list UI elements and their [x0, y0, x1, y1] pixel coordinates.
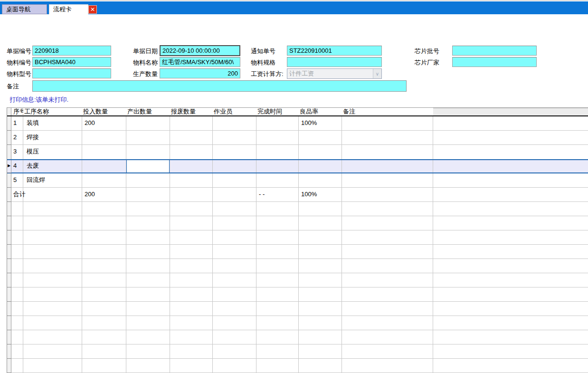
- cell-operator[interactable]: [213, 131, 256, 144]
- empty-table-row[interactable]: [7, 202, 588, 216]
- col-header-operator[interactable]: 作业员: [213, 108, 256, 115]
- cell-seq[interactable]: 3: [11, 145, 23, 159]
- doc-no-input[interactable]: [32, 46, 111, 56]
- table-row-3[interactable]: 3 模压: [7, 145, 588, 159]
- cell-process-name[interactable]: 去废: [23, 160, 82, 172]
- empty-table-row[interactable]: [7, 330, 588, 344]
- row-gutter[interactable]: [7, 116, 11, 131]
- wage-method-select[interactable]: 计件工资 ∨: [287, 68, 382, 79]
- empty-table-row[interactable]: [7, 259, 588, 273]
- close-tab-button[interactable]: ✕: [88, 5, 97, 14]
- empty-table-row[interactable]: [7, 245, 588, 259]
- material-no-input[interactable]: [32, 57, 111, 67]
- cell-process-name[interactable]: 装填: [23, 116, 82, 130]
- cell-finish-time[interactable]: [256, 145, 299, 159]
- cell-scrap-qty[interactable]: [170, 145, 213, 159]
- cell-remark[interactable]: [342, 160, 433, 172]
- table-row-4-selected[interactable]: ▶ 4 去废: [7, 159, 588, 173]
- prod-qty-input[interactable]: [160, 68, 240, 78]
- close-icon: ✕: [90, 6, 95, 13]
- cell-input-qty[interactable]: [82, 145, 126, 159]
- cell-scrap-qty[interactable]: [170, 160, 213, 172]
- cell-input-qty[interactable]: [82, 173, 126, 187]
- cell-remark[interactable]: [342, 131, 433, 144]
- col-header-remark[interactable]: 备注: [342, 108, 433, 115]
- row-gutter: [7, 202, 11, 216]
- col-header-input-qty[interactable]: 投入数量: [82, 108, 126, 115]
- row-gutter-current-indicator[interactable]: ▶: [7, 160, 11, 173]
- cell-seq[interactable]: 5: [11, 173, 23, 187]
- cell-yield-rate[interactable]: [299, 145, 342, 159]
- cell-seq[interactable]: 2: [11, 131, 23, 144]
- empty-table-row[interactable]: [7, 359, 588, 373]
- cell-finish-time[interactable]: [256, 173, 299, 187]
- cell-finish-time[interactable]: [256, 160, 299, 172]
- empty-table-row[interactable]: [7, 316, 588, 330]
- col-header-finish-time[interactable]: 完成时间: [256, 108, 299, 115]
- cell-finish-time[interactable]: [256, 131, 299, 144]
- cell-output-qty[interactable]: [126, 116, 170, 130]
- empty-table-row[interactable]: [7, 216, 588, 230]
- row-gutter[interactable]: [7, 145, 11, 160]
- cell-input-qty[interactable]: 200: [82, 116, 126, 130]
- row-gutter[interactable]: [7, 188, 11, 202]
- cell-yield-rate[interactable]: [299, 131, 342, 144]
- material-spec-input[interactable]: [287, 57, 382, 67]
- table-row-2[interactable]: 2 焊接: [7, 131, 588, 145]
- row-gutter[interactable]: [7, 173, 11, 188]
- cell-yield-rate[interactable]: [299, 160, 342, 172]
- cell-yield-rate[interactable]: [299, 173, 342, 187]
- notice-no-input[interactable]: [287, 46, 382, 56]
- table-row-1[interactable]: 1 装填 200 100%: [7, 116, 588, 131]
- cell-scrap-qty[interactable]: [170, 173, 213, 187]
- cell-process-name[interactable]: 回流焊: [23, 173, 82, 187]
- row-gutter[interactable]: [7, 131, 11, 145]
- cell-remark[interactable]: [342, 173, 433, 187]
- col-header-process-name[interactable]: 工序名称: [23, 108, 82, 115]
- tab-process-card[interactable]: 流程卡: [49, 4, 88, 14]
- empty-table-row[interactable]: [7, 230, 588, 245]
- cell-finish-time[interactable]: [256, 116, 299, 130]
- notice-no-label: 通知单号: [251, 47, 286, 55]
- cell-operator-total: [213, 188, 256, 201]
- material-model-input[interactable]: [32, 68, 111, 78]
- cell-scrap-qty[interactable]: [170, 116, 213, 130]
- cell-operator[interactable]: [213, 116, 256, 130]
- cell-seq[interactable]: 1: [11, 116, 23, 130]
- cell-seq[interactable]: 4: [11, 160, 23, 172]
- tab-desktop-nav[interactable]: 桌面导航: [2, 4, 47, 14]
- empty-table-row[interactable]: [7, 287, 588, 302]
- remark-input[interactable]: [32, 80, 407, 92]
- col-header-output-qty[interactable]: 产出数量: [126, 108, 170, 115]
- cell-operator[interactable]: [213, 173, 256, 187]
- cell-remark[interactable]: [342, 116, 433, 130]
- doc-date-input[interactable]: [160, 45, 240, 56]
- col-header-scrap-qty[interactable]: 报废数量: [170, 108, 213, 115]
- empty-table-row[interactable]: [7, 302, 588, 316]
- cell-yield-rate[interactable]: 100%: [299, 116, 342, 130]
- output-qty-edit-input[interactable]: [126, 160, 170, 172]
- table-total-row[interactable]: 合计 200 - - 100%: [7, 188, 588, 202]
- cell-output-qty[interactable]: [126, 145, 170, 159]
- col-header-seq[interactable]: 序号: [11, 108, 23, 115]
- cell-output-qty[interactable]: [126, 131, 170, 144]
- cell-process-name[interactable]: 模压: [23, 145, 82, 159]
- cell-operator[interactable]: [213, 145, 256, 159]
- cell-remark[interactable]: [342, 145, 433, 159]
- col-header-yield-rate[interactable]: 良品率: [299, 108, 342, 115]
- cell-process-name[interactable]: 焊接: [23, 131, 82, 144]
- empty-table-row[interactable]: [7, 344, 588, 359]
- chip-batch-input[interactable]: [452, 46, 537, 56]
- material-name-input[interactable]: [160, 57, 240, 67]
- cell-operator[interactable]: [213, 160, 256, 172]
- cell-input-qty[interactable]: [82, 131, 126, 144]
- grid-header-row: 序号 工序名称 投入数量 产出数量 报废数量 作业员 完成时间 良品率 备注: [7, 108, 588, 116]
- chip-maker-input[interactable]: [452, 57, 537, 67]
- grid-empty-rows[interactable]: [7, 202, 588, 373]
- table-row-5[interactable]: 5 回流焊: [7, 173, 588, 188]
- cell-input-qty[interactable]: [82, 160, 126, 172]
- cell-scrap-qty[interactable]: [170, 131, 213, 144]
- cell-output-qty[interactable]: [126, 173, 170, 187]
- wage-method-value: 计件工资: [287, 69, 373, 78]
- empty-table-row[interactable]: [7, 273, 588, 287]
